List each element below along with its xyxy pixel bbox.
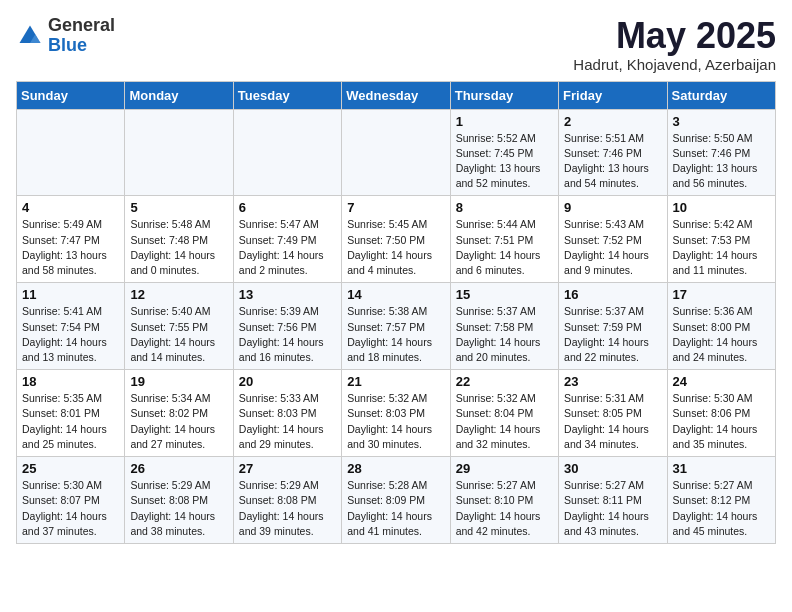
calendar-cell: 31Sunrise: 5:27 AM Sunset: 8:12 PM Dayli… <box>667 457 775 544</box>
day-number: 22 <box>456 374 553 389</box>
day-number: 31 <box>673 461 770 476</box>
day-number: 7 <box>347 200 444 215</box>
day-info: Sunrise: 5:50 AM Sunset: 7:46 PM Dayligh… <box>673 131 770 192</box>
day-number: 27 <box>239 461 336 476</box>
day-number: 23 <box>564 374 661 389</box>
calendar-cell: 28Sunrise: 5:28 AM Sunset: 8:09 PM Dayli… <box>342 457 450 544</box>
day-info: Sunrise: 5:48 AM Sunset: 7:48 PM Dayligh… <box>130 217 227 278</box>
day-info: Sunrise: 5:32 AM Sunset: 8:03 PM Dayligh… <box>347 391 444 452</box>
day-number: 5 <box>130 200 227 215</box>
day-number: 24 <box>673 374 770 389</box>
calendar-week-row: 18Sunrise: 5:35 AM Sunset: 8:01 PM Dayli… <box>17 370 776 457</box>
day-number: 1 <box>456 114 553 129</box>
title-block: May 2025 Hadrut, Khojavend, Azerbaijan <box>573 16 776 73</box>
day-number: 29 <box>456 461 553 476</box>
calendar-cell: 8Sunrise: 5:44 AM Sunset: 7:51 PM Daylig… <box>450 196 558 283</box>
weekday-header-cell: Saturday <box>667 81 775 109</box>
calendar-cell: 2Sunrise: 5:51 AM Sunset: 7:46 PM Daylig… <box>559 109 667 196</box>
day-number: 21 <box>347 374 444 389</box>
day-number: 8 <box>456 200 553 215</box>
calendar-week-row: 4Sunrise: 5:49 AM Sunset: 7:47 PM Daylig… <box>17 196 776 283</box>
calendar-cell: 3Sunrise: 5:50 AM Sunset: 7:46 PM Daylig… <box>667 109 775 196</box>
day-number: 25 <box>22 461 119 476</box>
day-number: 10 <box>673 200 770 215</box>
day-number: 9 <box>564 200 661 215</box>
calendar-cell: 11Sunrise: 5:41 AM Sunset: 7:54 PM Dayli… <box>17 283 125 370</box>
month-title: May 2025 <box>573 16 776 56</box>
day-info: Sunrise: 5:41 AM Sunset: 7:54 PM Dayligh… <box>22 304 119 365</box>
calendar-cell: 14Sunrise: 5:38 AM Sunset: 7:57 PM Dayli… <box>342 283 450 370</box>
day-info: Sunrise: 5:35 AM Sunset: 8:01 PM Dayligh… <box>22 391 119 452</box>
calendar-cell <box>233 109 341 196</box>
calendar-cell: 12Sunrise: 5:40 AM Sunset: 7:55 PM Dayli… <box>125 283 233 370</box>
calendar-table: SundayMondayTuesdayWednesdayThursdayFrid… <box>16 81 776 544</box>
calendar-cell: 27Sunrise: 5:29 AM Sunset: 8:08 PM Dayli… <box>233 457 341 544</box>
day-info: Sunrise: 5:31 AM Sunset: 8:05 PM Dayligh… <box>564 391 661 452</box>
day-info: Sunrise: 5:52 AM Sunset: 7:45 PM Dayligh… <box>456 131 553 192</box>
day-number: 12 <box>130 287 227 302</box>
day-info: Sunrise: 5:37 AM Sunset: 7:58 PM Dayligh… <box>456 304 553 365</box>
weekday-header-cell: Friday <box>559 81 667 109</box>
day-number: 30 <box>564 461 661 476</box>
calendar-cell: 29Sunrise: 5:27 AM Sunset: 8:10 PM Dayli… <box>450 457 558 544</box>
calendar-cell: 15Sunrise: 5:37 AM Sunset: 7:58 PM Dayli… <box>450 283 558 370</box>
calendar-cell: 22Sunrise: 5:32 AM Sunset: 8:04 PM Dayli… <box>450 370 558 457</box>
day-number: 20 <box>239 374 336 389</box>
calendar-cell: 19Sunrise: 5:34 AM Sunset: 8:02 PM Dayli… <box>125 370 233 457</box>
calendar-cell: 30Sunrise: 5:27 AM Sunset: 8:11 PM Dayli… <box>559 457 667 544</box>
day-info: Sunrise: 5:42 AM Sunset: 7:53 PM Dayligh… <box>673 217 770 278</box>
calendar-cell: 5Sunrise: 5:48 AM Sunset: 7:48 PM Daylig… <box>125 196 233 283</box>
weekday-header-cell: Wednesday <box>342 81 450 109</box>
day-info: Sunrise: 5:27 AM Sunset: 8:11 PM Dayligh… <box>564 478 661 539</box>
day-number: 14 <box>347 287 444 302</box>
day-info: Sunrise: 5:34 AM Sunset: 8:02 PM Dayligh… <box>130 391 227 452</box>
calendar-week-row: 11Sunrise: 5:41 AM Sunset: 7:54 PM Dayli… <box>17 283 776 370</box>
calendar-cell <box>17 109 125 196</box>
day-info: Sunrise: 5:29 AM Sunset: 8:08 PM Dayligh… <box>239 478 336 539</box>
calendar-cell: 25Sunrise: 5:30 AM Sunset: 8:07 PM Dayli… <box>17 457 125 544</box>
day-number: 18 <box>22 374 119 389</box>
calendar-cell: 21Sunrise: 5:32 AM Sunset: 8:03 PM Dayli… <box>342 370 450 457</box>
day-info: Sunrise: 5:40 AM Sunset: 7:55 PM Dayligh… <box>130 304 227 365</box>
weekday-header-row: SundayMondayTuesdayWednesdayThursdayFrid… <box>17 81 776 109</box>
calendar-cell: 7Sunrise: 5:45 AM Sunset: 7:50 PM Daylig… <box>342 196 450 283</box>
day-number: 19 <box>130 374 227 389</box>
calendar-cell: 23Sunrise: 5:31 AM Sunset: 8:05 PM Dayli… <box>559 370 667 457</box>
day-info: Sunrise: 5:28 AM Sunset: 8:09 PM Dayligh… <box>347 478 444 539</box>
calendar-cell: 1Sunrise: 5:52 AM Sunset: 7:45 PM Daylig… <box>450 109 558 196</box>
day-info: Sunrise: 5:37 AM Sunset: 7:59 PM Dayligh… <box>564 304 661 365</box>
day-info: Sunrise: 5:30 AM Sunset: 8:06 PM Dayligh… <box>673 391 770 452</box>
day-info: Sunrise: 5:51 AM Sunset: 7:46 PM Dayligh… <box>564 131 661 192</box>
weekday-header-cell: Sunday <box>17 81 125 109</box>
day-number: 17 <box>673 287 770 302</box>
calendar-cell: 24Sunrise: 5:30 AM Sunset: 8:06 PM Dayli… <box>667 370 775 457</box>
day-info: Sunrise: 5:30 AM Sunset: 8:07 PM Dayligh… <box>22 478 119 539</box>
calendar-cell: 6Sunrise: 5:47 AM Sunset: 7:49 PM Daylig… <box>233 196 341 283</box>
day-number: 28 <box>347 461 444 476</box>
weekday-header-cell: Tuesday <box>233 81 341 109</box>
weekday-header-cell: Thursday <box>450 81 558 109</box>
day-info: Sunrise: 5:43 AM Sunset: 7:52 PM Dayligh… <box>564 217 661 278</box>
calendar-cell: 20Sunrise: 5:33 AM Sunset: 8:03 PM Dayli… <box>233 370 341 457</box>
calendar-cell: 26Sunrise: 5:29 AM Sunset: 8:08 PM Dayli… <box>125 457 233 544</box>
day-number: 13 <box>239 287 336 302</box>
day-info: Sunrise: 5:27 AM Sunset: 8:12 PM Dayligh… <box>673 478 770 539</box>
page-header: General Blue May 2025 Hadrut, Khojavend,… <box>16 16 776 73</box>
day-info: Sunrise: 5:33 AM Sunset: 8:03 PM Dayligh… <box>239 391 336 452</box>
day-info: Sunrise: 5:45 AM Sunset: 7:50 PM Dayligh… <box>347 217 444 278</box>
day-number: 2 <box>564 114 661 129</box>
calendar-cell: 17Sunrise: 5:36 AM Sunset: 8:00 PM Dayli… <box>667 283 775 370</box>
calendar-cell <box>342 109 450 196</box>
day-info: Sunrise: 5:36 AM Sunset: 8:00 PM Dayligh… <box>673 304 770 365</box>
day-info: Sunrise: 5:47 AM Sunset: 7:49 PM Dayligh… <box>239 217 336 278</box>
weekday-header-cell: Monday <box>125 81 233 109</box>
calendar-cell: 4Sunrise: 5:49 AM Sunset: 7:47 PM Daylig… <box>17 196 125 283</box>
day-info: Sunrise: 5:32 AM Sunset: 8:04 PM Dayligh… <box>456 391 553 452</box>
day-info: Sunrise: 5:49 AM Sunset: 7:47 PM Dayligh… <box>22 217 119 278</box>
day-info: Sunrise: 5:44 AM Sunset: 7:51 PM Dayligh… <box>456 217 553 278</box>
day-info: Sunrise: 5:39 AM Sunset: 7:56 PM Dayligh… <box>239 304 336 365</box>
day-info: Sunrise: 5:29 AM Sunset: 8:08 PM Dayligh… <box>130 478 227 539</box>
day-number: 4 <box>22 200 119 215</box>
day-number: 6 <box>239 200 336 215</box>
day-number: 15 <box>456 287 553 302</box>
